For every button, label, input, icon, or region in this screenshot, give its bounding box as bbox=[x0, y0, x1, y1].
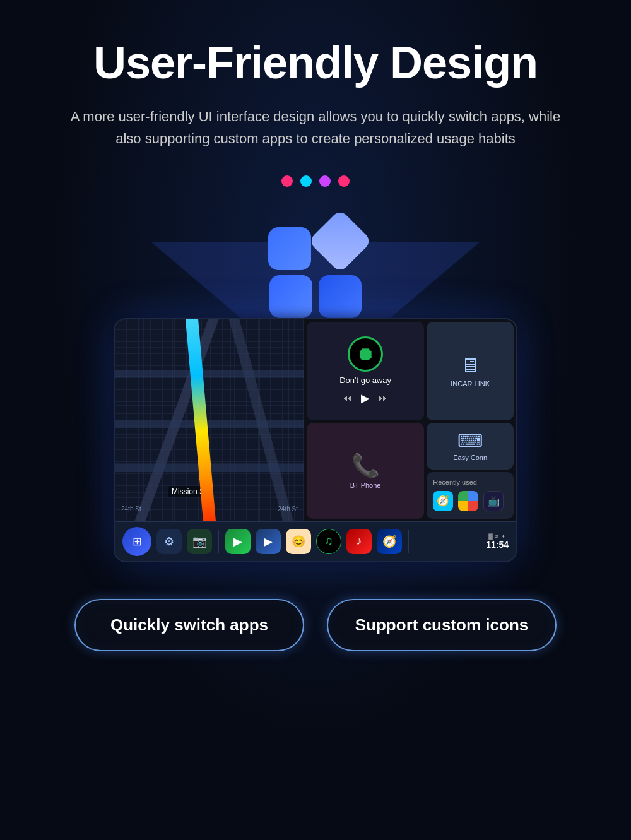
feature-pills-row: Quickly switch apps Support custom icons bbox=[44, 600, 587, 650]
prev-button[interactable]: ⏮ bbox=[342, 393, 352, 404]
dot-4 bbox=[338, 175, 350, 187]
dot-2 bbox=[300, 175, 312, 187]
screenshot-icon: 📷 bbox=[192, 535, 206, 548]
home-button[interactable]: ⊞ bbox=[122, 527, 151, 556]
taskbar: ⊞ ⚙ 📷 ▶ ▶ bbox=[115, 521, 516, 561]
recent-waze-icon[interactable]: 🧭 bbox=[433, 491, 453, 511]
nav-button[interactable]: 🧭 bbox=[377, 529, 402, 554]
bt-phone-card[interactable]: 📞 BT Phone bbox=[307, 423, 424, 519]
recent-chrome-icon[interactable] bbox=[458, 491, 478, 511]
recently-used-card: Recently used 🧭 📺 bbox=[427, 472, 514, 519]
app-block-3 bbox=[319, 275, 362, 318]
settings-icon: ⚙ bbox=[164, 535, 174, 548]
waze-icon: 😊 bbox=[292, 535, 305, 548]
icon-row-top bbox=[268, 218, 363, 270]
app-block-2 bbox=[269, 275, 312, 318]
dot-1 bbox=[281, 175, 293, 187]
map-background: ▲ Mission St 24th St 24th St bbox=[115, 319, 304, 521]
spotify-logo: ⏺ bbox=[348, 336, 383, 372]
right-bottom-row: 📞 BT Phone ⌨ Easy Conn Recently used bbox=[307, 423, 514, 519]
dot-3 bbox=[319, 175, 331, 187]
recent-tv-icon[interactable]: 📺 bbox=[483, 491, 504, 511]
taskbar-divider-2 bbox=[408, 530, 409, 553]
feature-pill-2-label: Support custom icons bbox=[355, 615, 528, 634]
feature-pill-2: Support custom icons bbox=[328, 600, 555, 650]
cross-road-1 bbox=[115, 370, 304, 377]
feature-pill-1: Quickly switch apps bbox=[76, 600, 303, 650]
page-container: User-Friendly Design A more user-friendl… bbox=[0, 0, 631, 840]
app-block-diamond bbox=[308, 209, 372, 273]
map-cross-street-label-right: 24th St bbox=[278, 506, 298, 512]
easy-conn-card[interactable]: ⌨ Easy Conn bbox=[427, 423, 514, 470]
map-cross-street-label: 24th St bbox=[121, 506, 141, 512]
bt-phone-icon: 📞 bbox=[351, 453, 380, 479]
map-section: ▲ Mission St 24th St 24th St bbox=[115, 319, 304, 521]
spotify-button[interactable]: ♫ bbox=[316, 529, 341, 554]
right-cards-column: ⌨ Easy Conn Recently used 🧭 📺 bbox=[427, 423, 514, 519]
music-card: ⏺ Don't go away ⏮ ▶ ⏭ bbox=[307, 322, 424, 420]
page-subtitle: A more user-friendly UI interface design… bbox=[69, 105, 562, 150]
right-top-row: ⏺ Don't go away ⏮ ▶ ⏭ 🖥 I bbox=[307, 322, 514, 420]
easy-conn-label: Easy Conn bbox=[453, 454, 487, 461]
music-icon: ♪ bbox=[357, 535, 362, 548]
screen-container: ▲ Mission St 24th St 24th St ⏺ bbox=[107, 318, 524, 562]
youtube-button[interactable]: ▶ bbox=[256, 529, 281, 554]
incar-label: INCAR LINK bbox=[451, 380, 490, 387]
recently-used-label: Recently used bbox=[433, 478, 507, 486]
cross-road-2 bbox=[115, 420, 304, 428]
signal-indicators: ▓ ≋ ✦ bbox=[488, 533, 506, 540]
track-title: Don't go away bbox=[339, 376, 391, 385]
incar-link-card[interactable]: 🖥 INCAR LINK bbox=[427, 322, 514, 420]
easy-conn-icon: ⌨ bbox=[457, 430, 483, 451]
status-area: ▓ ≋ ✦ 11:54 bbox=[486, 533, 509, 550]
screenshot-button[interactable]: 📷 bbox=[187, 529, 212, 554]
spotify-symbol: ⏺ bbox=[357, 344, 374, 365]
settings-button[interactable]: ⚙ bbox=[156, 529, 182, 554]
bt-phone-label: BT Phone bbox=[350, 482, 381, 489]
clock: 11:54 bbox=[486, 540, 509, 550]
playstore-icon: ▶ bbox=[233, 535, 242, 548]
screen-main: ▲ Mission St 24th St 24th St ⏺ bbox=[115, 319, 516, 521]
spotify-taskbar-icon: ♫ bbox=[324, 535, 333, 548]
icon-row-bottom bbox=[269, 275, 362, 318]
playstore-button[interactable]: ▶ bbox=[225, 529, 251, 554]
taskbar-divider-1 bbox=[218, 530, 219, 553]
play-button[interactable]: ▶ bbox=[361, 391, 370, 405]
app-block-1 bbox=[268, 227, 311, 270]
music-button[interactable]: ♪ bbox=[346, 529, 372, 554]
home-icon: ⊞ bbox=[133, 535, 142, 548]
music-controls: ⏮ ▶ ⏭ bbox=[342, 391, 389, 405]
youtube-icon: ▶ bbox=[264, 535, 273, 548]
car-screen: ▲ Mission St 24th St 24th St ⏺ bbox=[114, 318, 517, 562]
decoration-dots bbox=[281, 175, 350, 187]
right-panels: ⏺ Don't go away ⏮ ▶ ⏭ 🖥 I bbox=[304, 319, 516, 521]
app-icon-grid bbox=[268, 218, 363, 318]
nav-icon: 🧭 bbox=[382, 535, 396, 548]
recent-app-icons: 🧭 📺 bbox=[433, 491, 507, 511]
incar-icon: 🖥 bbox=[460, 354, 480, 377]
waze-button[interactable]: 😊 bbox=[286, 529, 311, 554]
page-title: User-Friendly Design bbox=[93, 38, 538, 88]
feature-pill-1-label: Quickly switch apps bbox=[110, 615, 268, 634]
next-button[interactable]: ⏭ bbox=[379, 393, 389, 404]
